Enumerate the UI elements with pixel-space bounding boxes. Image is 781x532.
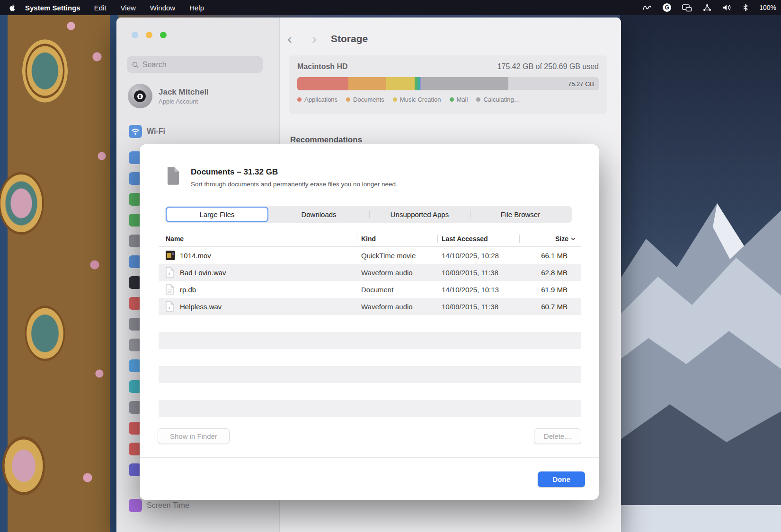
menu-view[interactable]: View xyxy=(121,4,136,12)
file-row[interactable]: ♪ Bad Lovin.wav Waveform audio 10/09/201… xyxy=(159,264,581,281)
legend-item: Music Creation xyxy=(393,96,441,103)
storage-legend: Applications Documents Music Creation Ma… xyxy=(297,96,599,103)
storage-card: Macintosh HD 175.42 GB of 250.69 GB used… xyxy=(289,55,607,114)
bluetooth-icon[interactable] xyxy=(743,4,748,11)
zoom-button[interactable] xyxy=(160,32,167,38)
legend-label: Calculating… xyxy=(483,96,520,103)
menu-help[interactable]: Help xyxy=(189,4,204,12)
empty-row xyxy=(159,383,581,400)
tab-large-files[interactable]: Large Files xyxy=(166,207,268,222)
wallpaper-right xyxy=(620,0,781,532)
battery-percentage[interactable]: 100% xyxy=(759,4,776,11)
sidebar-item-wifi[interactable]: Wi-Fi xyxy=(129,125,165,138)
file-row[interactable]: rp.db Document 14/10/2025, 10:13 61.9 MB xyxy=(159,281,581,298)
file-row[interactable]: 1014.mov QuickTime movie 14/10/2025, 10:… xyxy=(159,247,581,264)
tab-unsupported-apps[interactable]: Unsupported Apps xyxy=(369,207,470,222)
menu-edit[interactable]: Edit xyxy=(94,4,106,12)
file-size: 66.1 MB xyxy=(520,252,581,260)
column-header-name[interactable]: Name xyxy=(159,235,357,243)
back-button[interactable]: ‹ xyxy=(287,32,292,46)
file-size: 61.9 MB xyxy=(520,286,581,294)
legend-item: Applications xyxy=(297,96,337,103)
column-header-last-accessed[interactable]: Last Accessed xyxy=(438,235,520,243)
menu-bar: System Settings Edit View Window Help G … xyxy=(0,0,781,15)
legend-label: Documents xyxy=(353,96,384,103)
storage-bar-segment: 75.27 GB xyxy=(508,77,599,90)
app-menu-title[interactable]: System Settings xyxy=(25,4,80,12)
empty-row xyxy=(159,315,581,332)
account-row[interactable]: 8 Jack Mitchell Apple Account xyxy=(128,84,209,108)
file-last-accessed: 14/10/2025, 10:13 xyxy=(438,286,520,294)
column-header-size-label: Size xyxy=(555,235,568,243)
file-name: Helpless.wav xyxy=(180,303,222,311)
file-row[interactable]: ♪ Helpless.wav Waveform audio 10/09/2015… xyxy=(159,298,581,315)
done-button[interactable]: Done xyxy=(538,471,585,487)
table-header: Name Kind Last Accessed Size xyxy=(159,231,581,247)
display-mirror-icon[interactable] xyxy=(682,4,692,12)
audio-file-icon: ♪ xyxy=(166,301,175,312)
storage-bar-segment xyxy=(386,77,415,90)
tab-bar: Large Files Downloads Unsupported Apps F… xyxy=(165,206,572,223)
sidebar-item-label: Wi-Fi xyxy=(147,127,165,136)
menu-window[interactable]: Window xyxy=(150,4,175,12)
scribble-icon[interactable] xyxy=(642,4,652,11)
column-header-kind[interactable]: Kind xyxy=(357,235,438,243)
storage-bar: 75.27 GB xyxy=(297,77,599,90)
legend-item: Calculating… xyxy=(476,96,520,103)
file-name: Bad Lovin.wav xyxy=(180,269,226,277)
grammarly-icon[interactable]: G xyxy=(663,3,671,12)
file-kind: Document xyxy=(357,286,438,294)
usage-text: 175.42 GB of 250.69 GB used xyxy=(497,62,599,71)
empty-row xyxy=(159,332,581,349)
movie-file-icon xyxy=(166,250,175,261)
dialog-subtitle: Sort through documents and permanently e… xyxy=(191,181,398,188)
volume-icon[interactable] xyxy=(722,4,732,11)
traffic-lights xyxy=(132,32,167,38)
eight-ball-icon: 8 xyxy=(134,90,146,102)
legend-label: Mail xyxy=(457,96,468,103)
storage-bar-segment xyxy=(297,77,348,90)
apple-menu[interactable] xyxy=(9,4,16,12)
show-in-finder-button[interactable]: Show in Finder xyxy=(158,428,230,444)
search-input[interactable]: Search xyxy=(127,56,263,73)
legend-dot xyxy=(346,97,350,102)
column-header-size[interactable]: Size xyxy=(520,235,581,243)
legend-dot xyxy=(297,97,302,102)
forward-button[interactable]: › xyxy=(312,32,317,46)
legend-item: Documents xyxy=(346,96,384,103)
file-last-accessed: 10/09/2015, 11:38 xyxy=(438,269,520,277)
document-icon xyxy=(166,166,181,187)
file-kind: Waveform audio xyxy=(357,303,438,311)
empty-row xyxy=(159,349,581,366)
avatar: 8 xyxy=(128,84,152,108)
network-nodes-icon[interactable] xyxy=(703,4,711,11)
mountain-wallpaper xyxy=(620,0,781,532)
delete-button[interactable]: Delete… xyxy=(534,428,581,444)
wifi-icon xyxy=(129,125,142,138)
legend-label: Applications xyxy=(304,96,337,103)
minimize-button[interactable] xyxy=(146,32,152,38)
file-name: 1014.mov xyxy=(180,252,211,260)
file-kind: QuickTime movie xyxy=(357,252,438,260)
hourglass-icon xyxy=(129,499,142,512)
search-icon xyxy=(132,61,139,68)
apple-logo-icon xyxy=(9,4,16,12)
document-file-icon xyxy=(166,284,175,295)
file-last-accessed: 14/10/2025, 10:28 xyxy=(438,252,520,260)
legend-dot xyxy=(476,97,480,102)
tab-downloads[interactable]: Downloads xyxy=(268,207,369,222)
search-placeholder: Search xyxy=(142,61,167,69)
disk-name: Macintosh HD xyxy=(297,62,348,71)
file-name: rp.db xyxy=(180,286,196,294)
tab-file-browser[interactable]: File Browser xyxy=(470,207,571,222)
sidebar-item-screen-time[interactable]: Screen Time xyxy=(129,499,189,512)
close-button[interactable] xyxy=(132,32,138,38)
legend-dot xyxy=(450,97,454,102)
legend-item: Mail xyxy=(450,96,468,103)
file-last-accessed: 10/09/2015, 11:38 xyxy=(438,303,520,311)
storage-bar-segment xyxy=(421,77,508,90)
dialog-title: Documents – 31.32 GB xyxy=(191,167,278,177)
empty-row xyxy=(159,366,581,383)
page-title: Storage xyxy=(331,33,368,44)
file-kind: Waveform audio xyxy=(357,269,438,277)
